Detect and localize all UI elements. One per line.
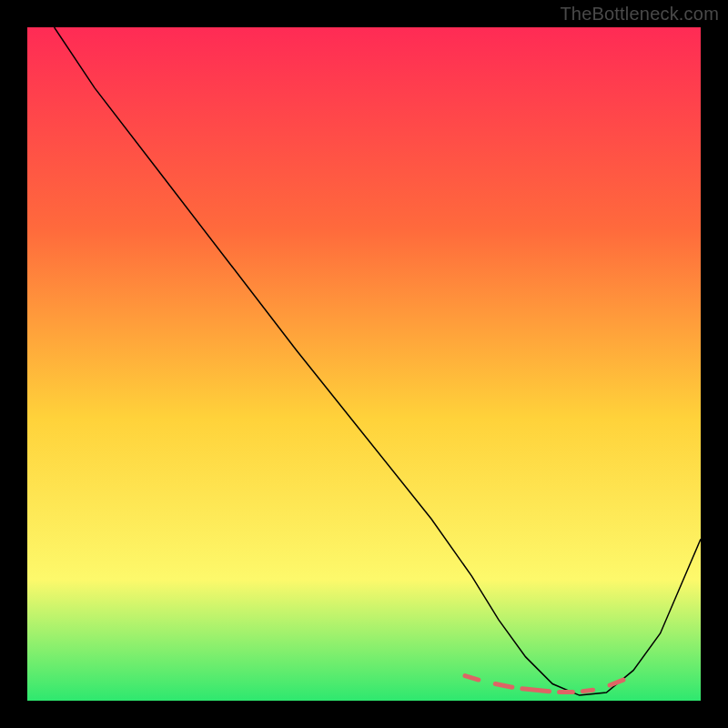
plot-area: [27, 27, 701, 701]
highlight-dash: [583, 690, 593, 691]
chart-frame: TheBottleneck.com: [0, 0, 728, 728]
watermark-text: TheBottleneck.com: [560, 4, 719, 25]
gradient-background: [27, 27, 701, 701]
highlight-dash: [522, 689, 550, 692]
bottleneck-chart: [27, 27, 701, 701]
